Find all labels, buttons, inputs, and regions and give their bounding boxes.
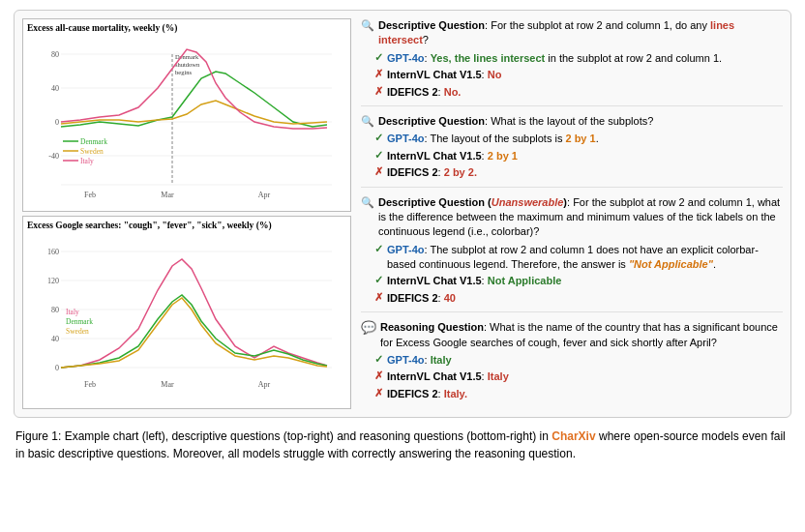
answer-line-4-1: ✓ GPT-4o: Italy [361,353,783,368]
question-line-3: 🔍 Descriptive Question (Unanswerable): F… [361,195,783,240]
svg-text:Denmark: Denmark [80,137,107,146]
answer-text-3-3: IDEFICS 2: 40 [387,291,456,306]
answer-line-4-2: ✗ InternVL Chat V1.5: Italy [361,369,783,384]
figure-caption: Figure 1: Example chart (left), descript… [14,428,791,462]
crossmark-1-2: ✗ [374,68,383,80]
qa-panel: 🔍 Descriptive Question: For the subplot … [361,18,783,409]
chart1-svg: 80 40 0 -40 Feb Mar Apr Denmark shutdown… [27,35,346,204]
svg-text:120: 120 [47,277,59,285]
chart-panel: Excess all-cause mortality, weekly (%) 8… [22,18,351,409]
search-icon-1: 🔍 [361,19,374,32]
answer-text-4-1: GPT-4o: Italy [387,353,452,368]
checkmark-2-2: ✓ [374,149,383,162]
checkmark-3-2: ✓ [374,274,383,286]
question-line-2: 🔍 Descriptive Question: What is the layo… [361,114,783,129]
svg-text:shutdown: shutdown [175,61,200,68]
checkmark-4-1: ✓ [374,353,383,366]
answer-line-2-3: ✗ IDEFICS 2: 2 by 2. [361,165,783,180]
svg-text:Italy: Italy [80,157,94,165]
svg-text:160: 160 [47,248,59,256]
question-text-3: Descriptive Question (Unanswerable): For… [378,195,783,240]
answer-text-4-3: IDEFICS 2: Italy. [387,387,467,401]
svg-text:Denmark: Denmark [66,317,93,326]
qa-block-3: 🔍 Descriptive Question (Unanswerable): F… [361,195,783,313]
svg-text:80: 80 [51,306,59,314]
qa-block-1: 🔍 Descriptive Question: For the subplot … [361,18,783,106]
answer-line-2-2: ✓ InternVL Chat V1.5: 2 by 1 [361,149,783,163]
crossmark-4-3: ✗ [374,387,383,399]
question-text-1: Descriptive Question: For the subplot at… [378,18,783,48]
svg-text:40: 40 [51,84,59,93]
search-icon-3: 🔍 [361,196,374,209]
chart1-box: Excess all-cause mortality, weekly (%) 8… [22,18,351,212]
question-line-1: 🔍 Descriptive Question: For the subplot … [361,18,783,48]
svg-text:Apr: Apr [258,380,271,389]
checkmark-3-1: ✓ [374,243,383,255]
crossmark-3-3: ✗ [374,291,383,304]
checkmark-1-1: ✓ [374,51,383,64]
answer-text-3-1: GPT-4o: The subplot at row 2 and column … [387,243,783,273]
crossmark-2-3: ✗ [374,165,383,178]
crossmark-1-3: ✗ [374,85,383,98]
svg-text:Feb: Feb [84,191,96,199]
question-text-2: Descriptive Question: What is the layout… [378,114,653,129]
answer-line-3-1: ✓ GPT-4o: The subplot at row 2 and colum… [361,243,783,273]
answer-text-4-2: InternVL Chat V1.5: Italy [387,369,509,384]
answer-line-1-3: ✗ IDEFICS 2: No. [361,85,783,100]
chart2-box: Excess Google searches: "cough", "fever"… [22,216,351,409]
checkmark-2-1: ✓ [374,132,383,144]
search-icon-2: 🔍 [361,115,374,128]
question-line-4: 💬 Reasoning Question: What is the name o… [361,320,783,350]
answer-line-2-1: ✓ GPT-4o: The layout of the subplots is … [361,132,783,146]
qa-block-4: 💬 Reasoning Question: What is the name o… [361,320,783,401]
answer-text-3-2: InternVL Chat V1.5: Not Applicable [387,274,561,288]
svg-text:Apr: Apr [258,191,271,199]
svg-text:Sweden: Sweden [80,147,104,156]
answer-text-2-2: InternVL Chat V1.5: 2 by 1 [387,149,518,163]
chart2-svg: 160 120 80 40 0 Feb Mar Apr Ital [27,232,346,401]
answer-line-3-2: ✓ InternVL Chat V1.5: Not Applicable [361,274,783,288]
answer-text-2-1: GPT-4o: The layout of the subplots is 2 … [387,132,599,146]
answer-line-1-1: ✓ GPT-4o: Yes, the lines intersect in th… [361,51,783,66]
answer-line-1-2: ✗ InternVL Chat V1.5: No [361,68,783,82]
answer-text-2-3: IDEFICS 2: 2 by 2. [387,165,477,180]
svg-text:Mar: Mar [161,380,174,389]
answer-line-4-3: ✗ IDEFICS 2: Italy. [361,387,783,401]
chart1-title: Excess all-cause mortality, weekly (%) [27,23,346,33]
svg-text:40: 40 [51,335,59,343]
chart2-title: Excess Google searches: "cough", "fever"… [27,221,346,230]
answer-text-1-2: InternVL Chat V1.5: No [387,68,501,82]
answer-text-1-3: IDEFICS 2: No. [387,85,461,100]
question-text-4: Reasoning Question: What is the name of … [380,320,783,350]
svg-text:80: 80 [51,50,59,59]
svg-text:Italy: Italy [66,308,79,316]
svg-text:Feb: Feb [84,380,96,389]
svg-text:0: 0 [55,118,59,127]
caption-prefix: Figure 1: Example chart (left), descript… [15,429,552,443]
answer-text-1-1: GPT-4o: Yes, the lines intersect in the … [387,51,722,66]
svg-text:Mar: Mar [161,191,174,199]
top-section: Excess all-cause mortality, weekly (%) 8… [14,10,791,418]
answer-line-3-3: ✗ IDEFICS 2: 40 [361,291,783,306]
qa-block-2: 🔍 Descriptive Question: What is the layo… [361,114,783,188]
main-container: Excess all-cause mortality, weekly (%) 8… [0,0,805,472]
caption-charxiv: CharXiv [552,429,595,443]
svg-text:0: 0 [55,364,59,372]
svg-text:-40: -40 [48,152,59,161]
svg-text:Sweden: Sweden [66,327,89,336]
crossmark-4-2: ✗ [374,369,383,382]
svg-text:begins: begins [175,69,192,75]
reasoning-icon: 💬 [361,320,376,335]
